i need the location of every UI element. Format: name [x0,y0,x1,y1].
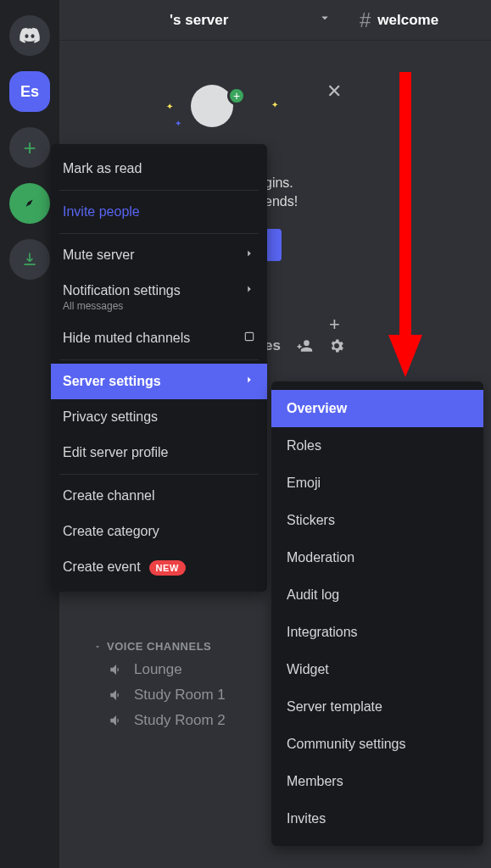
menu-server-settings[interactable]: Server settings [51,364,267,399]
download-icon [21,251,38,268]
explore-button[interactable] [9,183,50,224]
svg-rect-1 [245,332,253,340]
menu-hide-muted-channels[interactable]: Hide muted channels [51,320,267,356]
menu-separator [59,359,259,360]
menu-mute-server[interactable]: Mute server [51,237,267,273]
compass-icon [20,194,39,213]
welcome-graphic [191,85,233,127]
speaker-icon [109,662,124,677]
submenu-integrations[interactable]: Integrations [271,614,483,651]
channel-header: # welcome [348,8,438,32]
submenu-moderation[interactable]: Moderation [271,539,483,576]
submenu-emoji[interactable]: Emoji [271,465,483,502]
speaker-icon [109,687,124,703]
welcome-text-fragment: gins. ends! [265,174,298,211]
submenu-audit-log[interactable]: Audit log [271,576,483,614]
submenu-widget[interactable]: Widget [271,651,483,688]
voice-channel-item[interactable]: Study Room 1 [93,678,226,704]
server-settings-submenu: Overview Roles Emoji Stickers Moderation… [271,381,483,846]
hash-icon: # [360,8,371,32]
plus-badge-icon: + [227,86,246,105]
sparkle-icon: ✦ [166,102,173,111]
create-channel-plus-icon[interactable]: + [329,314,340,336]
menu-separator [59,474,259,475]
svg-marker-3 [388,335,422,377]
speaker-icon [109,713,124,728]
menu-separator [59,190,259,191]
annotation-arrow [384,72,427,389]
new-badge: NEW [149,560,186,576]
server-name-dropdown[interactable]: 's server [59,10,348,30]
server-context-menu: Mark as read Invite people Mute server N… [51,144,267,592]
submenu-community-settings[interactable]: Community settings [271,726,483,763]
arrow-down-icon [384,72,427,386]
voice-channel-item[interactable]: Study Room 2 [93,704,226,729]
checkbox-empty-icon [243,331,255,346]
voice-channel-item[interactable]: Lounge [93,653,226,678]
menu-separator [59,233,259,234]
download-apps-button[interactable] [9,239,50,280]
menu-notification-sublabel: All messages [51,300,267,320]
sparkle-icon: ✦ [175,119,181,128]
submenu-invites[interactable]: Invites [271,800,483,837]
add-member-icon[interactable] [296,337,313,354]
menu-privacy-settings[interactable]: Privacy settings [51,399,267,435]
add-server-button[interactable]: + [9,127,50,168]
menu-invite-people[interactable]: Invite people [51,194,267,230]
voice-channels-section: VOICE CHANNELS Lounge Study Room 1 Study… [93,640,226,729]
close-icon[interactable]: ✕ [326,81,342,103]
submenu-members[interactable]: Members [271,763,483,800]
gear-icon[interactable] [328,337,345,354]
channel-row-fragment: es [265,337,345,354]
menu-mark-as-read[interactable]: Mark as read [51,151,267,186]
header-bar: 's server # welcome [59,0,491,41]
discord-logo-icon [18,24,42,47]
chevron-down-icon [317,10,332,30]
background-button-fragment[interactable] [265,229,282,261]
menu-create-category[interactable]: Create category [51,514,267,549]
voice-channels-header[interactable]: VOICE CHANNELS [93,640,226,653]
server-icon-selected[interactable]: Es [9,71,50,112]
server-name-label: 's server [170,12,228,29]
home-button[interactable] [9,15,50,56]
chevron-right-icon [243,283,255,298]
submenu-overview[interactable]: Overview [271,390,483,427]
chevron-right-icon [243,374,255,389]
submenu-roles[interactable]: Roles [271,427,483,465]
submenu-stickers[interactable]: Stickers [271,502,483,539]
menu-create-channel[interactable]: Create channel [51,478,267,514]
chevron-right-icon [243,248,255,263]
submenu-server-template[interactable]: Server template [271,688,483,726]
channel-name-label: welcome [377,12,438,29]
menu-edit-server-profile[interactable]: Edit server profile [51,435,267,470]
sparkle-icon: ✦ [271,100,278,109]
menu-create-event[interactable]: Create eventNEW [51,549,267,585]
chevron-down-icon [93,643,102,651]
